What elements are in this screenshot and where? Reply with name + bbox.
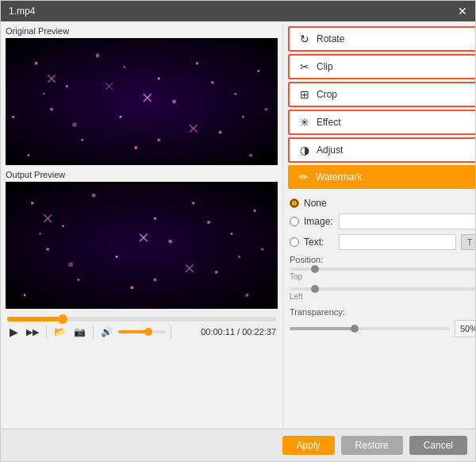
svg-point-58 [40, 233, 41, 235]
svg-point-2 [35, 62, 38, 65]
svg-point-4 [96, 54, 100, 58]
effect-button[interactable]: ✳ Effect [288, 110, 475, 135]
svg-point-45 [130, 286, 133, 289]
watermark-icon: ✏ [297, 171, 311, 183]
output-video-content [6, 182, 278, 309]
close-button[interactable]: ✕ [458, 6, 467, 17]
horizontal-track[interactable] [290, 268, 475, 271]
original-preview-video [6, 38, 278, 165]
svg-point-14 [219, 131, 222, 134]
left-label: Left [290, 292, 303, 301]
svg-point-35 [31, 202, 34, 205]
svg-rect-1 [6, 40, 278, 164]
svg-point-9 [119, 116, 121, 118]
svg-point-46 [77, 279, 79, 281]
folder-button[interactable]: 📂 [52, 325, 68, 338]
separator-2 [93, 325, 94, 338]
particles-svg-original [6, 38, 278, 165]
adjust-label: Adjust [317, 144, 343, 156]
text-format-button[interactable]: T [461, 234, 475, 250]
main-content: Original Preview [1, 21, 475, 429]
svg-point-37 [92, 194, 96, 198]
title-bar: 1.mp4 ✕ [1, 1, 475, 21]
fast-forward-button[interactable]: ▶▶ [24, 326, 41, 338]
svg-point-56 [68, 262, 73, 267]
vertical-labels: Left Right [290, 292, 475, 301]
svg-point-11 [257, 70, 259, 72]
rotate-button[interactable]: ↻ Rotate [288, 26, 475, 52]
crop-label: Crop [317, 89, 337, 100]
svg-point-3 [66, 85, 68, 87]
volume-button[interactable]: 🔊 [98, 325, 115, 338]
svg-point-43 [168, 240, 172, 244]
vertical-track[interactable] [290, 287, 475, 291]
adjust-button[interactable]: ◑ Adjust [288, 137, 475, 163]
output-preview-video [6, 182, 278, 309]
play-button[interactable]: ▶ [7, 325, 21, 339]
main-window: 1.mp4 ✕ Original Preview [0, 0, 476, 462]
text-row: Text: T ■ [290, 234, 475, 250]
tool-buttons: ↻ Rotate ✂ Clip ⊞ Crop ✳ Effect [283, 21, 475, 191]
svg-point-31 [12, 116, 14, 118]
cancel-button[interactable]: Cancel [409, 436, 467, 455]
svg-point-26 [157, 138, 160, 141]
playback-row: ▶ ▶▶ 📂 📷 🔊 00:00:11 / 00:22:37 [7, 325, 276, 339]
vertical-thumb[interactable] [311, 285, 319, 293]
rotate-label: Rotate [317, 33, 344, 44]
rotate-icon: ↻ [298, 33, 312, 45]
none-row: None [290, 198, 475, 209]
apply-button[interactable]: Apply [282, 436, 335, 455]
svg-point-61 [261, 248, 264, 251]
tool-panel: ↻ Rotate ✂ Clip ⊞ Crop ✳ Effect [282, 21, 475, 429]
svg-point-13 [81, 139, 83, 141]
image-radio[interactable] [290, 217, 299, 226]
none-label: None [304, 198, 334, 209]
image-input[interactable] [339, 214, 475, 229]
svg-point-44 [254, 210, 256, 212]
bottom-bar: Apply Restore Cancel [1, 429, 475, 461]
progress-fill [7, 317, 61, 321]
svg-point-49 [245, 294, 248, 297]
none-radio[interactable] [290, 198, 299, 208]
clip-icon: ✂ [298, 60, 312, 73]
svg-point-25 [72, 122, 77, 127]
volume-track[interactable] [118, 330, 166, 333]
original-preview-label: Original Preview [6, 26, 278, 36]
horizontal-thumb[interactable] [311, 265, 319, 273]
svg-point-15 [28, 154, 30, 156]
volume-thumb[interactable] [144, 328, 152, 336]
svg-point-30 [265, 108, 268, 111]
progress-track[interactable] [7, 317, 276, 321]
image-row: Image: ... [290, 214, 475, 229]
watermark-settings: None Image: ... Text: T ■ [283, 191, 475, 429]
vertical-slider-row: Left Right [290, 287, 475, 301]
clip-button[interactable]: ✂ Clip [288, 54, 475, 79]
image-label: Image: [304, 216, 334, 227]
transparency-row: 50% [290, 320, 475, 337]
restore-button[interactable]: Restore [341, 436, 403, 455]
particles-svg-output [6, 182, 278, 309]
transparency-label: Transparency: [290, 307, 475, 317]
camera-button[interactable]: 📷 [71, 325, 88, 338]
transparency-select[interactable]: 50% [455, 320, 475, 337]
separator-3 [171, 325, 171, 338]
svg-point-6 [196, 62, 199, 65]
transparency-track[interactable] [290, 327, 450, 330]
effect-label: Effect [317, 117, 340, 128]
progress-thumb[interactable] [58, 314, 67, 324]
effect-icon: ✳ [298, 116, 312, 129]
watermark-button[interactable]: ✏ Watermark [288, 165, 475, 189]
original-video-content [6, 38, 278, 165]
svg-point-12 [134, 146, 137, 149]
svg-point-16 [249, 154, 252, 157]
transparency-thumb[interactable] [351, 325, 359, 333]
text-input[interactable] [339, 234, 456, 250]
text-radio[interactable] [290, 237, 299, 247]
svg-point-41 [46, 248, 49, 251]
time-display: 00:00:11 / 00:22:37 [201, 327, 276, 337]
crop-button[interactable]: ⊞ Crop [288, 82, 475, 107]
svg-point-28 [242, 116, 244, 118]
watermark-label: Watermark [316, 171, 362, 183]
svg-rect-34 [6, 184, 278, 307]
svg-point-40 [231, 233, 233, 235]
